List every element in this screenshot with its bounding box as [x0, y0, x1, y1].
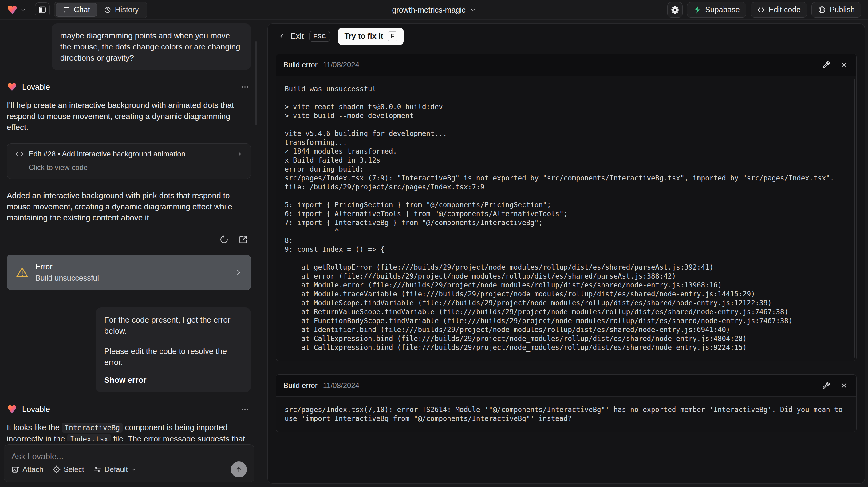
code-brackets-icon	[757, 6, 765, 14]
ellipsis-icon	[241, 408, 249, 410]
attach-image-icon	[11, 465, 19, 474]
exit-label: Exit	[290, 31, 304, 41]
chevron-down-icon	[20, 7, 26, 12]
error-card-subtitle: Build unsuccessful	[35, 274, 228, 282]
assistant-message: Added an interactive background with pin…	[7, 190, 251, 223]
globe-icon	[818, 6, 826, 14]
sidebar-toggle-button[interactable]	[35, 2, 50, 17]
select-label: Select	[64, 465, 84, 474]
send-button[interactable]	[231, 461, 247, 478]
user-message: maybe diagramming points and when you mo…	[52, 23, 251, 70]
ellipsis-icon	[241, 86, 249, 88]
code-brackets-icon	[15, 150, 24, 158]
chat-scrollbar[interactable]	[255, 41, 257, 125]
assistant-header: Lovable	[7, 404, 251, 415]
message-text: It looks like the	[7, 423, 62, 432]
chevron-down-icon	[470, 7, 476, 13]
tab-history[interactable]: History	[97, 3, 146, 17]
edit-card-title: Edit #28 • Add interactive background an…	[29, 150, 231, 158]
chat-input[interactable]	[11, 452, 247, 461]
chevron-down-icon	[131, 467, 136, 472]
chat-bubble-icon	[63, 6, 70, 13]
console-output: Build was unsuccessful > vite_react_shad…	[285, 85, 848, 352]
history-clock-icon	[104, 6, 111, 13]
warning-triangle-icon	[16, 267, 29, 278]
exit-button[interactable]: Exit ESC	[279, 31, 330, 41]
user-message-text: Please edit the code to resolve the erro…	[104, 345, 242, 368]
assistant-name: Lovable	[22, 405, 50, 414]
sliders-icon	[93, 465, 101, 474]
fix-with-ai-button[interactable]	[821, 60, 831, 70]
tab-chat[interactable]: Chat	[56, 3, 97, 17]
inline-code: InteractiveBg	[62, 423, 123, 433]
attach-button[interactable]: Attach	[11, 465, 43, 474]
mode-label: Default	[104, 465, 128, 474]
user-message: For the code present, I get the error be…	[96, 307, 251, 392]
target-icon	[53, 465, 61, 474]
attach-label: Attach	[23, 465, 43, 474]
open-preview-button[interactable]	[237, 234, 249, 245]
edit-code-button[interactable]: Edit code	[751, 2, 807, 18]
console-output-wrap: Build was unsuccessful > vite_react_shad…	[276, 76, 856, 361]
chat-input-card: Attach Select Default	[4, 444, 254, 482]
message-text: file. The error message suggests that	[111, 434, 245, 441]
project-switcher[interactable]: growth-metrics-magic	[392, 0, 476, 20]
build-error-log-2: Build error 11/08/2024 src/pages/I	[276, 374, 857, 432]
supabase-bolt-icon	[693, 6, 702, 14]
more-options-button[interactable]	[239, 84, 251, 90]
close-icon	[840, 382, 848, 389]
restore-button[interactable]	[218, 234, 230, 245]
chat-panel: maybe diagramming points and when you mo…	[0, 20, 258, 487]
wrench-icon	[822, 382, 830, 390]
mode-selector-button[interactable]: Default	[93, 465, 136, 474]
try-to-fix-button[interactable]: Try to fix it F	[338, 28, 403, 45]
publish-button[interactable]: Publish	[811, 2, 861, 18]
fix-label: Try to fix it	[344, 32, 383, 40]
chat-message-list: maybe diagramming points and when you mo…	[0, 21, 258, 441]
more-options-button[interactable]	[239, 406, 251, 412]
wrench-icon	[822, 61, 830, 69]
lovable-logo-menu[interactable]	[7, 4, 26, 16]
edit-card-subtitle: Click to view code	[29, 163, 243, 172]
tab-history-label: History	[115, 5, 139, 14]
show-error-link[interactable]: Show error	[104, 374, 242, 386]
user-message-text: maybe diagramming points and when you mo…	[60, 30, 242, 63]
lovable-heart-icon	[7, 82, 17, 92]
supabase-button[interactable]: Supabase	[687, 2, 746, 18]
build-error-panel: Exit ESC Try to fix it F Build error 11/…	[268, 23, 865, 484]
build-error-date: 11/08/2024	[323, 61, 359, 69]
inline-code: Index.tsx	[67, 434, 111, 441]
settings-button[interactable]	[667, 2, 683, 18]
close-button[interactable]	[839, 60, 849, 70]
select-element-button[interactable]: Select	[53, 465, 84, 474]
esc-key-badge: ESC	[309, 31, 330, 41]
error-card-title: Error	[35, 262, 228, 271]
topbar-actions: Supabase Edit code Publish	[667, 2, 861, 18]
lovable-heart-icon	[7, 4, 18, 16]
build-error-header: Build error 11/08/2024	[276, 375, 856, 397]
build-error-title: Build error	[283, 381, 317, 390]
arrow-up-icon	[235, 465, 243, 474]
chevron-right-icon	[235, 269, 242, 276]
message-actions	[7, 234, 249, 245]
assistant-header: Lovable	[7, 82, 251, 92]
build-error-log-1: Build error 11/08/2024 Build was u	[276, 54, 857, 361]
close-button[interactable]	[839, 381, 849, 391]
supabase-label: Supabase	[705, 5, 740, 14]
user-message-text: For the code present, I get the error be…	[104, 314, 242, 336]
edit-card-28[interactable]: Edit #28 • Add interactive background an…	[7, 143, 251, 179]
assistant-message: I'll help create an interactive backgrou…	[7, 100, 251, 133]
panel-left-icon	[38, 6, 46, 14]
project-name: growth-metrics-magic	[392, 5, 466, 14]
chevron-left-icon	[279, 33, 285, 39]
assistant-name: Lovable	[22, 82, 50, 92]
build-error-date: 11/08/2024	[323, 381, 359, 390]
f-key-badge: F	[388, 31, 397, 41]
console-scrollbar[interactable]	[854, 79, 856, 358]
tab-chat-label: Chat	[74, 5, 90, 14]
build-error-card[interactable]: Error Build unsuccessful	[7, 254, 251, 290]
error-panel-body: Build error 11/08/2024 Build was u	[268, 49, 865, 483]
fix-with-ai-button[interactable]	[821, 380, 831, 391]
console-output-wrap: src/pages/Index.tsx(7,10): error TS2614:…	[276, 397, 856, 432]
topbar: Chat History growth-metrics-magic Supaba…	[0, 0, 868, 20]
